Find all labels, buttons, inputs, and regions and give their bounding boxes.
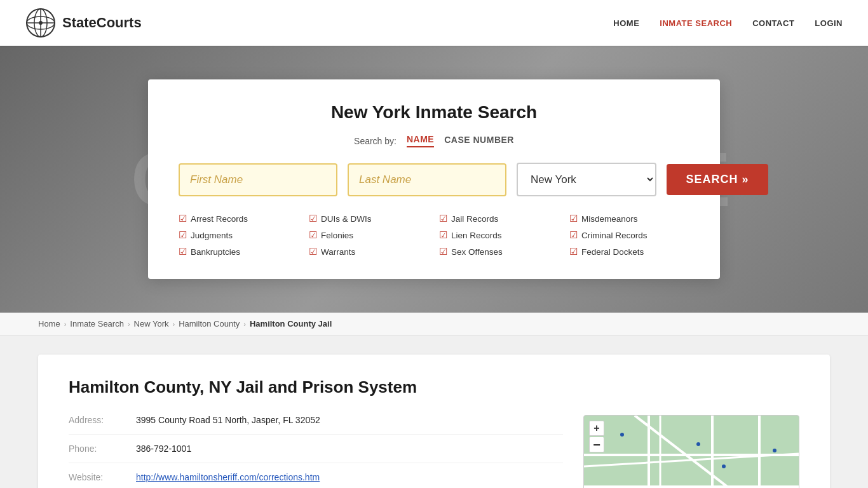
- first-name-input[interactable]: [179, 163, 337, 196]
- map-zoom-out-button[interactable]: −: [589, 437, 604, 452]
- check-icon: ☑: [569, 246, 578, 257]
- svg-point-10: [696, 442, 700, 446]
- breadcrumb-sep: ›: [243, 320, 246, 328]
- check-criminal-records: ☑ Criminal Records: [569, 228, 689, 242]
- svg-point-11: [722, 464, 726, 468]
- breadcrumb-sep: ›: [128, 320, 130, 328]
- check-misdemeanors: ☑ Misdemeanors: [569, 212, 689, 226]
- breadcrumb-hamilton-county[interactable]: Hamilton County: [179, 319, 240, 329]
- website-link[interactable]: http://www.hamiltonsheriff.com/correctio…: [136, 472, 320, 482]
- info-section: Address: 3995 County Road 51 North, Jasp…: [69, 415, 563, 488]
- nav-contact[interactable]: CONTACT: [752, 18, 794, 28]
- search-fields-row: New York California Texas Florida Ohio S…: [179, 163, 689, 196]
- check-label: Felonies: [321, 231, 353, 240]
- breadcrumb: Home › Inmate Search › New York › Hamilt…: [0, 313, 868, 336]
- main-content: Hamilton County, NY Jail and Prison Syst…: [0, 336, 868, 488]
- nav-login[interactable]: LOGIN: [815, 18, 843, 28]
- check-label: Federal Dockets: [581, 247, 644, 257]
- main-nav: HOME INMATE SEARCH CONTACT LOGIN: [613, 18, 843, 28]
- check-icon: ☑: [439, 213, 447, 224]
- breadcrumb-current: Hamilton County Jail: [250, 319, 332, 329]
- check-icon: ☑: [569, 229, 578, 241]
- search-card-title: New York Inmate Search: [179, 102, 689, 123]
- check-icon: ☑: [569, 213, 578, 224]
- check-judgments: ☑ Judgments: [179, 228, 299, 242]
- check-bankruptcies: ☑ Bankruptcies: [179, 245, 299, 259]
- address-row: Address: 3995 County Road 51 North, Jasp…: [69, 415, 563, 435]
- check-label: Judgments: [191, 231, 233, 240]
- info-map-row: Address: 3995 County Road 51 North, Jasp…: [69, 415, 799, 488]
- check-label: Criminal Records: [581, 231, 648, 240]
- logo-text: StateCourts: [62, 15, 142, 31]
- search-by-label: Search by:: [354, 136, 397, 146]
- check-lien-records: ☑ Lien Records: [439, 228, 559, 242]
- breadcrumb-new-york[interactable]: New York: [134, 319, 169, 329]
- address-label: Address:: [69, 415, 126, 425]
- check-icon: ☑: [309, 213, 317, 224]
- search-by-row: Search by: NAME CASE NUMBER: [179, 134, 689, 147]
- header: StateCourts HOME INMATE SEARCH CONTACT L…: [0, 0, 868, 46]
- check-arrest-records: ☑ Arrest Records: [179, 212, 299, 226]
- svg-point-9: [620, 433, 624, 437]
- breadcrumb-inmate-search[interactable]: Inmate Search: [70, 319, 124, 329]
- map-container: 📍 + −: [583, 415, 799, 488]
- check-label: Lien Records: [451, 231, 502, 240]
- tab-name[interactable]: NAME: [407, 134, 434, 147]
- check-duis: ☑ DUIs & DWIs: [309, 212, 429, 226]
- check-icon: ☑: [179, 213, 187, 224]
- logo-icon: [25, 8, 56, 38]
- nav-inmate-search[interactable]: INMATE SEARCH: [660, 18, 732, 28]
- tab-case-number[interactable]: CASE NUMBER: [444, 135, 514, 147]
- logo-area: StateCourts: [25, 8, 142, 38]
- breadcrumb-home[interactable]: Home: [38, 319, 60, 329]
- website-row: Website: http://www.hamiltonsheriff.com/…: [69, 472, 563, 488]
- check-label: Arrest Records: [191, 214, 248, 224]
- check-icon: ☑: [439, 246, 447, 257]
- svg-line-7: [584, 454, 799, 466]
- check-icon: ☑: [179, 246, 187, 257]
- search-button[interactable]: SEARCH »: [667, 164, 768, 195]
- website-label: Website:: [69, 472, 126, 482]
- check-sex-offenses: ☑ Sex Offenses: [439, 245, 559, 259]
- map-roads-svg: [584, 416, 799, 488]
- address-value: 3995 County Road 51 North, Jasper, FL 32…: [136, 415, 320, 425]
- check-label: DUIs & DWIs: [321, 214, 372, 224]
- search-card: New York Inmate Search Search by: NAME C…: [148, 79, 720, 279]
- state-select[interactable]: New York California Texas Florida Ohio: [517, 163, 656, 196]
- checkbox-grid: ☑ Arrest Records ☑ DUIs & DWIs ☑ Jail Re…: [179, 212, 689, 259]
- breadcrumb-sep: ›: [173, 320, 175, 328]
- check-label: Sex Offenses: [451, 247, 503, 257]
- check-label: Misdemeanors: [581, 214, 638, 224]
- svg-point-12: [773, 449, 776, 452]
- last-name-input[interactable]: [348, 163, 506, 196]
- phone-label: Phone:: [69, 444, 126, 454]
- check-icon: ☑: [179, 229, 187, 241]
- check-felonies: ☑ Felonies: [309, 228, 429, 242]
- content-title: Hamilton County, NY Jail and Prison Syst…: [69, 377, 799, 397]
- check-jail-records: ☑ Jail Records: [439, 212, 559, 226]
- phone-row: Phone: 386-792-1001: [69, 444, 563, 463]
- map-zoom-in-button[interactable]: +: [589, 421, 604, 436]
- content-card: Hamilton County, NY Jail and Prison Syst…: [38, 355, 830, 488]
- check-icon: ☑: [439, 229, 447, 241]
- check-icon: ☑: [309, 229, 317, 241]
- check-warrants: ☑ Warrants: [309, 245, 429, 259]
- hero-section: COURTHOUSE New York Inmate Search Search…: [0, 46, 868, 313]
- breadcrumb-sep: ›: [64, 320, 67, 328]
- check-icon: ☑: [309, 246, 317, 257]
- check-label: Warrants: [321, 247, 355, 257]
- check-federal-dockets: ☑ Federal Dockets: [569, 245, 689, 259]
- phone-value: 386-792-1001: [136, 444, 191, 454]
- check-label: Jail Records: [451, 214, 498, 224]
- nav-home[interactable]: HOME: [613, 18, 639, 28]
- check-label: Bankruptcies: [191, 247, 240, 257]
